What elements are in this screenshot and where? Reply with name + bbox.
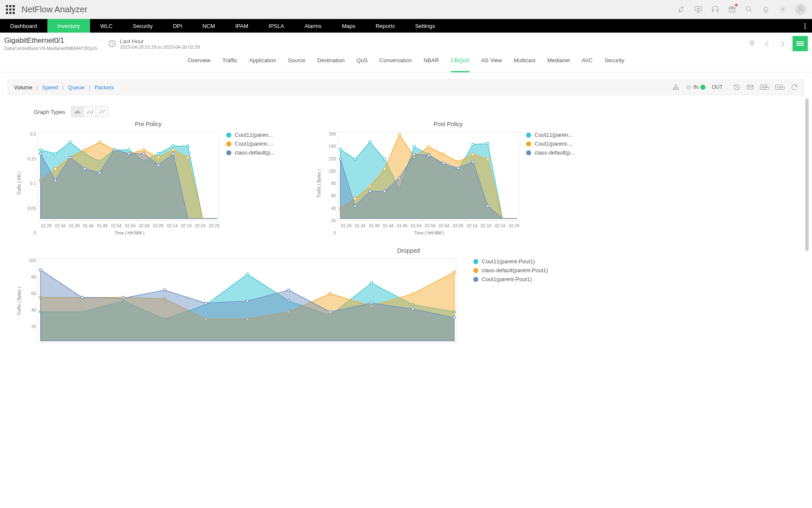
gift-icon[interactable] xyxy=(727,5,737,14)
legend-item[interactable]: Cout1(parent-... xyxy=(526,141,581,147)
sub-tabs: Overview Traffic Application Source Dest… xyxy=(0,53,812,72)
yaxis-label-dropped: Traffic ( Bytes ) xyxy=(15,258,23,344)
svg-point-58 xyxy=(486,142,489,145)
svg-point-13 xyxy=(102,110,102,111)
prev-icon[interactable] xyxy=(761,38,773,50)
rocket-icon[interactable] xyxy=(677,5,686,14)
tab-conversation[interactable]: Conversation xyxy=(379,57,412,68)
history-icon[interactable] xyxy=(733,83,741,91)
svg-point-47 xyxy=(172,152,175,155)
bell-icon[interactable] xyxy=(761,5,771,14)
time-period-label: Last Hour xyxy=(120,38,200,44)
svg-point-79 xyxy=(472,160,475,163)
headset-icon[interactable] xyxy=(710,5,720,14)
side-menu-button[interactable] xyxy=(793,36,808,51)
legend-item[interactable]: class-default(p... xyxy=(526,149,581,156)
nav-settings[interactable]: Settings xyxy=(405,19,445,33)
svg-rect-11 xyxy=(747,86,753,89)
svg-point-105 xyxy=(122,297,125,299)
tab-asview[interactable]: AS View xyxy=(481,57,502,68)
svg-point-51 xyxy=(384,158,386,160)
tab-destination[interactable]: Destination xyxy=(317,57,345,68)
nav-inventory[interactable]: Inventory xyxy=(47,19,90,33)
svg-point-112 xyxy=(411,308,414,310)
tab-application[interactable]: Application xyxy=(249,57,276,68)
chart-type-scatter-icon[interactable] xyxy=(96,106,108,117)
gear-icon[interactable] xyxy=(778,5,787,14)
nav-dashboard[interactable]: Dashboard xyxy=(0,19,47,33)
chart-type-bar-icon[interactable] xyxy=(83,106,96,117)
in-dot-left xyxy=(686,85,691,90)
direction-toggle[interactable]: IN OUT xyxy=(684,84,722,90)
legend-item[interactable]: Cout11(paren... xyxy=(226,132,281,138)
legend-item[interactable]: Cout11(paren... xyxy=(526,132,581,138)
nav-wlc[interactable]: WLC xyxy=(90,19,123,33)
in-dot-right xyxy=(700,85,705,90)
svg-point-65 xyxy=(428,146,430,148)
x-ticks-pre: 01:2901:3401:3901:4401:4901:5401:5902:04… xyxy=(39,224,221,228)
tab-multicast[interactable]: Multicast xyxy=(514,57,535,68)
apps-grid-icon[interactable] xyxy=(6,5,15,14)
pdf-export-icon[interactable]: PDF xyxy=(760,85,769,90)
nav-ipsla[interactable]: IPSLA xyxy=(258,19,294,33)
mail-icon[interactable] xyxy=(746,83,754,91)
clock-icon xyxy=(108,39,116,48)
presentation-icon[interactable] xyxy=(694,5,703,14)
svg-point-69 xyxy=(486,158,489,160)
filter-packets[interactable]: Packets xyxy=(94,84,114,91)
plot-dropped[interactable] xyxy=(38,258,456,344)
alert-settings-icon[interactable] xyxy=(746,38,758,50)
avatar[interactable] xyxy=(795,4,806,15)
nav-ncm[interactable]: NCM xyxy=(192,19,225,33)
swatch-icon xyxy=(473,277,478,282)
legend-item[interactable]: class-default(p... xyxy=(226,149,281,156)
nav-maps[interactable]: Maps xyxy=(332,19,365,33)
legend-item[interactable]: class-default(parent-Pout1) xyxy=(473,267,548,273)
filter-queue[interactable]: Queue xyxy=(68,84,85,91)
out-label: OUT xyxy=(712,84,722,90)
svg-point-48 xyxy=(339,148,342,151)
chart-post-policy: Post Policy Traffic ( Bytes ) 1601401201… xyxy=(315,121,581,235)
chart-type-area-icon[interactable] xyxy=(71,106,84,117)
refresh-icon[interactable] xyxy=(790,83,798,91)
svg-point-75 xyxy=(413,153,415,156)
svg-point-66 xyxy=(442,153,445,156)
swatch-icon xyxy=(226,150,231,155)
legend-item[interactable]: Cout11(parent-Pout1) xyxy=(473,258,548,265)
filter-volume[interactable]: Volume xyxy=(14,84,32,91)
tab-nbar[interactable]: NBAR xyxy=(424,57,439,68)
svg-point-4 xyxy=(782,8,784,11)
tab-medianet[interactable]: Medianet xyxy=(547,57,570,68)
topology-icon[interactable] xyxy=(672,83,680,91)
time-range-block[interactable]: Last Hour 2023-04-28 01:29 to 2023-04-28… xyxy=(108,38,200,50)
nav-reports[interactable]: Reports xyxy=(365,19,405,33)
svg-point-37 xyxy=(187,156,189,159)
tab-avc[interactable]: AVC xyxy=(582,57,593,68)
tab-source[interactable]: Source xyxy=(288,57,305,68)
tab-overview[interactable]: Overview xyxy=(188,57,211,68)
nav-more-icon[interactable] xyxy=(798,19,812,33)
nav-ipam[interactable]: IPAM xyxy=(225,19,258,33)
plot-post[interactable] xyxy=(337,132,521,222)
svg-point-106 xyxy=(163,289,166,291)
next-icon[interactable] xyxy=(776,38,788,50)
filter-speed[interactable]: Speed xyxy=(42,84,58,91)
svg-point-53 xyxy=(413,146,415,148)
tab-traffic[interactable]: Traffic xyxy=(222,57,237,68)
nav-alarms[interactable]: Alarms xyxy=(294,19,332,33)
tab-qos[interactable]: QoS xyxy=(357,57,368,68)
tab-cbqos[interactable]: CBQoS xyxy=(451,57,469,72)
svg-point-109 xyxy=(288,289,290,291)
search-icon[interactable] xyxy=(744,5,754,14)
plot-pre[interactable] xyxy=(38,132,221,222)
tab-security[interactable]: Security xyxy=(604,57,624,68)
legend-item[interactable]: Cout1(parent-... xyxy=(226,141,281,147)
svg-point-12 xyxy=(100,113,101,113)
content-scrollbar[interactable] xyxy=(805,99,809,251)
csv-export-icon[interactable]: CSV xyxy=(775,85,785,90)
xaxis-label-pre: Time ( HH:MM ) xyxy=(38,231,221,235)
svg-point-78 xyxy=(457,167,460,169)
legend-item[interactable]: Cout1(parent-Pout1) xyxy=(473,276,548,282)
nav-security[interactable]: Security xyxy=(123,19,163,33)
nav-dpi[interactable]: DPI xyxy=(163,19,192,33)
